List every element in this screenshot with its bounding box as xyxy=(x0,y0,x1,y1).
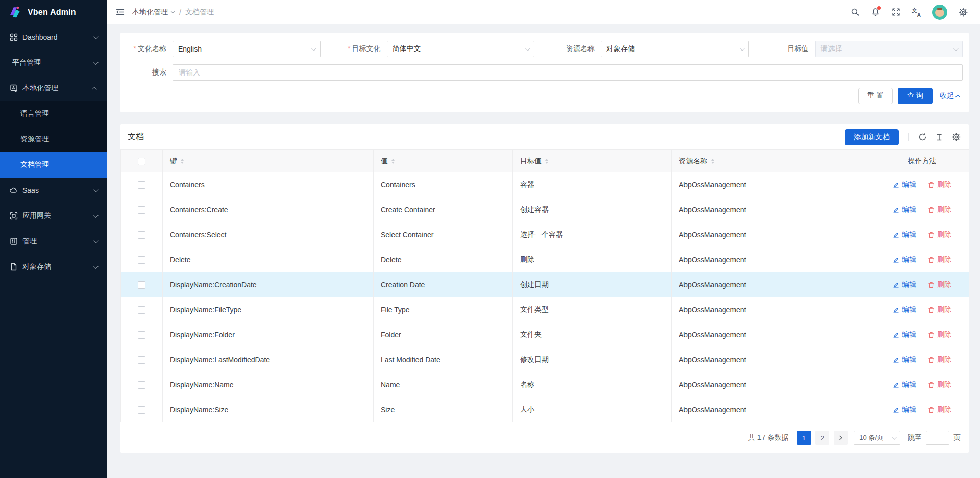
app-logo[interactable]: Vben Admin xyxy=(0,0,107,24)
delete-button[interactable]: 删除 xyxy=(928,380,951,389)
trash-icon xyxy=(928,382,935,388)
search-icon[interactable] xyxy=(850,8,860,17)
sidebar-subitem-doc-mgmt[interactable]: 文档管理 xyxy=(0,152,107,178)
collapse-toggle[interactable]: 收起 xyxy=(940,91,961,100)
select-all-checkbox[interactable] xyxy=(138,158,145,165)
fullscreen-icon[interactable] xyxy=(891,8,900,17)
edit-button[interactable]: 编辑 xyxy=(893,380,916,389)
reset-button[interactable]: 重 置 xyxy=(858,88,893,104)
menu-collapse-icon[interactable] xyxy=(115,8,125,17)
delete-button[interactable]: 删除 xyxy=(928,405,951,414)
table-row[interactable]: Containers:Create Create Container 创建容器 … xyxy=(121,197,969,222)
page-size-select[interactable]: 10 条/页 xyxy=(854,431,900,445)
filter-card: 文化名称 English 目标文化 简体中文 xyxy=(120,33,969,112)
delete-button[interactable]: 删除 xyxy=(928,305,951,314)
page-button-1[interactable]: 1 xyxy=(797,431,811,445)
sidebar-item-saas[interactable]: Saas xyxy=(0,178,107,203)
pencil-icon xyxy=(893,182,899,188)
table-row[interactable]: Delete Delete 删除 AbpOssManagement 编辑 删除 xyxy=(121,247,969,272)
edit-button[interactable]: 编辑 xyxy=(893,355,916,364)
breadcrumb-parent[interactable]: 本地化管理 xyxy=(132,8,175,17)
jump-page-input[interactable] xyxy=(926,431,949,445)
row-checkbox[interactable] xyxy=(138,256,145,264)
target-value-field: 目标值 请选择 xyxy=(764,41,963,57)
row-checkbox[interactable] xyxy=(138,406,145,414)
sidebar-item-platform[interactable]: 平台管理 xyxy=(0,50,107,76)
edit-button[interactable]: 编辑 xyxy=(893,230,916,239)
row-height-icon[interactable] xyxy=(935,133,944,142)
user-avatar[interactable] xyxy=(932,5,947,20)
cell-actions: 编辑 删除 xyxy=(875,222,969,247)
edit-button[interactable]: 编辑 xyxy=(893,405,916,414)
cell-key: Containers xyxy=(163,172,374,197)
table-row[interactable]: DisplayName:Name Name 名称 AbpOssManagemen… xyxy=(121,372,969,397)
delete-button[interactable]: 删除 xyxy=(928,355,951,364)
edit-button[interactable]: 编辑 xyxy=(893,255,916,264)
cell-resource: AbpOssManagement xyxy=(672,222,828,247)
table-card: 文档 添加新文档 xyxy=(120,124,969,453)
add-document-button[interactable]: 添加新文档 xyxy=(845,129,899,145)
edit-button[interactable]: 编辑 xyxy=(893,330,916,339)
sidebar-item-dashboard[interactable]: Dashboard xyxy=(0,24,107,50)
pencil-icon xyxy=(893,282,899,288)
chevron-down-icon xyxy=(311,46,316,51)
query-button[interactable]: 查 询 xyxy=(898,88,933,104)
sidebar-subitem-language-mgmt[interactable]: 语言管理 xyxy=(0,101,107,127)
edit-button[interactable]: 编辑 xyxy=(893,280,916,289)
translate-icon[interactable]: 文A xyxy=(912,8,921,17)
table-row[interactable]: DisplayName:LastModifiedDate Last Modifi… xyxy=(121,347,969,372)
resource-select[interactable]: 对象存储 xyxy=(601,41,749,57)
row-checkbox[interactable] xyxy=(138,381,145,389)
search-input[interactable] xyxy=(173,64,963,81)
pencil-icon xyxy=(893,307,899,313)
delete-button[interactable]: 删除 xyxy=(928,330,951,339)
edit-button[interactable]: 编辑 xyxy=(893,180,916,189)
row-checkbox[interactable] xyxy=(138,331,145,339)
row-checkbox[interactable] xyxy=(138,181,145,189)
column-settings-icon[interactable] xyxy=(951,133,961,142)
column-header-target[interactable]: 目标值 xyxy=(513,150,672,172)
cell-value: File Type xyxy=(374,297,513,322)
sort-icon xyxy=(391,159,395,164)
cell-empty xyxy=(828,372,875,397)
sidebar-item-admin[interactable]: 管理 xyxy=(0,229,107,254)
row-checkbox[interactable] xyxy=(138,206,145,214)
table-row[interactable]: DisplayName:CreationDate Creation Date 创… xyxy=(121,272,969,297)
next-page-button[interactable] xyxy=(834,431,848,445)
bell-icon[interactable] xyxy=(871,8,880,17)
page-button-2[interactable]: 2 xyxy=(815,431,829,445)
culture-label: 文化名称 xyxy=(121,44,166,54)
sidebar-subitem-resource-mgmt[interactable]: 资源管理 xyxy=(0,127,107,152)
delete-button[interactable]: 删除 xyxy=(928,180,951,189)
toolbar-divider xyxy=(908,133,909,141)
sidebar-item-label: 语言管理 xyxy=(20,109,49,118)
table-row[interactable]: Containers:Select Select Container 选择一个容… xyxy=(121,222,969,247)
delete-button[interactable]: 删除 xyxy=(928,255,951,264)
delete-button[interactable]: 删除 xyxy=(928,205,951,214)
sidebar-item-localization[interactable]: 本地化管理 xyxy=(0,76,107,101)
table-row[interactable]: Containers Containers 容器 AbpOssManagemen… xyxy=(121,172,969,197)
column-header-value[interactable]: 值 xyxy=(374,150,513,172)
row-checkbox[interactable] xyxy=(138,281,145,289)
pagination: 共 17 条数据 1 2 10 条/页 跳至 页 xyxy=(120,422,969,453)
refresh-icon[interactable] xyxy=(918,133,927,142)
row-checkbox[interactable] xyxy=(138,306,145,314)
table-row[interactable]: DisplayName:Size Size 大小 AbpOssManagemen… xyxy=(121,397,969,422)
action-divider xyxy=(922,331,922,338)
column-header-key[interactable]: 键 xyxy=(163,150,374,172)
edit-button[interactable]: 编辑 xyxy=(893,305,916,314)
sidebar-item-oss[interactable]: 对象存储 xyxy=(0,254,107,280)
culture-select[interactable]: English xyxy=(173,41,321,57)
delete-button[interactable]: 删除 xyxy=(928,230,951,239)
edit-button[interactable]: 编辑 xyxy=(893,205,916,214)
target-culture-select[interactable]: 简体中文 xyxy=(387,41,535,57)
settings-icon[interactable] xyxy=(959,8,968,17)
delete-button[interactable]: 删除 xyxy=(928,280,951,289)
table-row[interactable]: DisplayName:FileType File Type 文件类型 AbpO… xyxy=(121,297,969,322)
column-header-resource[interactable]: 资源名称 xyxy=(672,150,828,172)
table-row[interactable]: DisplayName:Folder Folder 文件夹 AbpOssMana… xyxy=(121,322,969,347)
row-checkbox[interactable] xyxy=(138,231,145,239)
sidebar-item-gateway[interactable]: 应用网关 xyxy=(0,203,107,229)
row-checkbox[interactable] xyxy=(138,356,145,364)
cell-key: DisplayName:CreationDate xyxy=(163,272,374,297)
